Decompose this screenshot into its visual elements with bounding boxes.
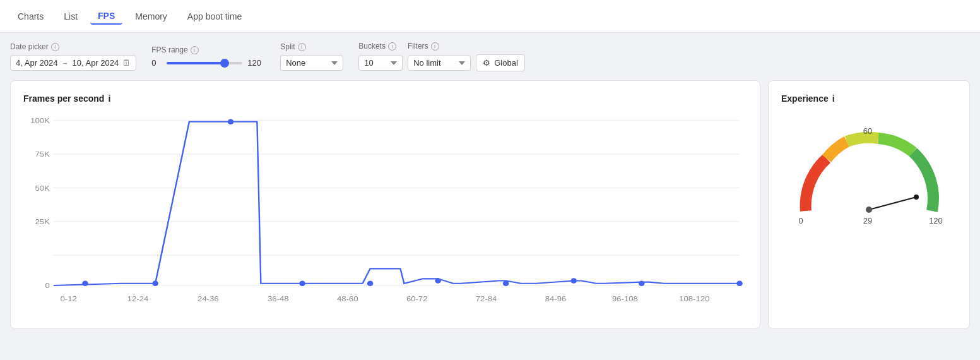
buckets-filters-group: Buckets i Filters i 10 5 15 20 No limit … [358,42,525,71]
data-point [82,281,88,287]
fps-min-value: 0 [151,58,162,68]
main-content: Frames per second i 100K 75K 50K 25K 0 [0,80,980,339]
fps-range-info-icon: i [191,46,199,54]
svg-text:0-12: 0-12 [61,294,77,303]
svg-text:25K: 25K [35,218,50,226]
filters-info-icon: i [431,42,439,51]
date-to: 10, Apr 2024 [73,58,119,68]
global-filter-button[interactable]: ⚙ Global [476,54,525,71]
buckets-filters-label: Buckets i Filters i [358,42,525,51]
fps-chart-area: 100K 75K 50K 25K 0 0-1 [23,114,747,316]
svg-text:60: 60 [863,126,872,136]
experience-title: Experience i [781,93,957,104]
filters-limit-select[interactable]: No limit Low end Mid range High end [408,55,471,71]
data-point [435,278,441,284]
buckets-select[interactable]: 10 5 15 20 [358,55,403,71]
fps-line [54,122,740,285]
svg-text:75K: 75K [35,150,50,159]
svg-text:29: 29 [863,216,872,225]
gauge-needle [869,197,916,210]
date-picker-group: Date picker i 4, Apr 2024 → 10, Apr 2024… [10,42,136,71]
svg-text:72-84: 72-84 [476,294,497,303]
date-picker-label: Date picker i [10,42,136,51]
split-group: Split i None Version OS Device [280,42,343,71]
svg-text:50K: 50K [35,184,50,192]
data-point [570,278,577,284]
tab-fps[interactable]: FPS [90,8,122,25]
tab-charts[interactable]: Charts [10,9,51,24]
controls-bar: Date picker i 4, Apr 2024 → 10, Apr 2024… [0,33,980,80]
fps-chart-svg: 100K 75K 50K 25K 0 0-1 [23,114,747,316]
data-point [152,281,158,287]
date-from: 4, Apr 2024 [16,58,58,68]
svg-text:84-96: 84-96 [545,294,567,303]
svg-text:36-48: 36-48 [268,294,289,303]
tab-list[interactable]: List [56,9,85,24]
fps-max-value: 120 [247,58,265,68]
calendar-icon: 🗓 [122,58,131,68]
data-point [228,119,234,125]
data-point [639,281,645,287]
date-picker-info-icon: i [51,43,59,51]
data-point [367,281,374,287]
split-info-icon: i [298,43,306,51]
svg-text:108-120: 108-120 [679,294,709,303]
svg-text:12-24: 12-24 [127,294,149,303]
svg-text:120: 120 [929,216,943,225]
date-arrow-icon: → [62,59,69,67]
fps-range-slider[interactable] [167,62,242,64]
gauge-container: 0 60 120 29 [781,116,957,236]
gauge-needle-tip [914,195,919,200]
tab-app-boot-time[interactable]: App boot time [180,9,249,24]
fps-range-label: FPS range i [151,45,265,54]
fps-chart-info-icon: i [108,93,110,104]
svg-text:24-36: 24-36 [198,294,219,303]
experience-card: Experience i 0 60 [768,80,970,329]
fps-chart-title: Frames per second i [23,93,747,104]
gauge-svg: 0 60 120 29 [787,116,951,236]
fps-chart-card: Frames per second i 100K 75K 50K 25K 0 [10,80,760,329]
svg-text:0: 0 [798,216,803,225]
split-label: Split i [280,42,343,51]
experience-info-icon: i [832,93,835,104]
svg-text:96-108: 96-108 [612,294,638,303]
svg-text:0: 0 [45,282,50,290]
fps-range-control: 0 120 [151,58,265,68]
tab-memory[interactable]: Memory [127,9,175,24]
split-select[interactable]: None Version OS Device [280,55,343,71]
buckets-filters-row: 10 5 15 20 No limit Low end Mid range Hi… [358,54,525,71]
buckets-info-icon: i [388,42,396,51]
data-point [299,281,305,287]
date-picker-input[interactable]: 4, Apr 2024 → 10, Apr 2024 🗓 [10,55,136,71]
data-point [736,281,743,287]
svg-text:100K: 100K [30,117,50,125]
svg-text:48-60: 48-60 [337,294,358,303]
data-point [503,281,509,287]
gauge-pivot [866,207,872,213]
fps-range-group: FPS range i 0 120 [151,45,265,68]
filter-icon: ⚙ [483,58,490,68]
top-navigation: Charts List FPS Memory App boot time [0,0,980,33]
svg-text:60-72: 60-72 [406,294,428,303]
